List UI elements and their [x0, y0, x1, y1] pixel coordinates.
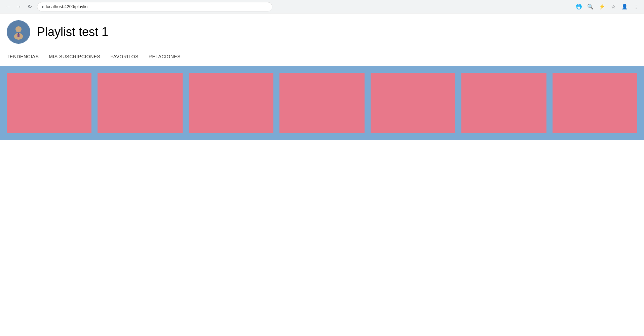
playlist-card[interactable] — [98, 73, 182, 133]
nav-item-mis-suscripciones[interactable]: MIS SUSCRIPCIONES — [49, 51, 100, 63]
playlist-card[interactable] — [371, 73, 455, 133]
avatar — [7, 20, 30, 44]
reload-button[interactable]: ↻ — [25, 2, 34, 11]
profile-icon[interactable]: 👤 — [620, 2, 629, 11]
translate-icon[interactable]: 🌐 — [574, 2, 583, 11]
playlist-strip — [0, 66, 644, 140]
forward-button[interactable]: → — [14, 2, 24, 11]
nav-item-tendencias[interactable]: TENDENCIAS — [7, 51, 39, 63]
browser-toolbar-right: 🌐 🔍 ⚡ ☆ 👤 ⋮ — [574, 2, 641, 11]
nav-item-relaciones[interactable]: RELACIONES — [149, 51, 181, 63]
playlist-card[interactable] — [7, 73, 91, 133]
page-header: Playlist test 1 — [0, 13, 644, 51]
browser-chrome: ← → ↻ ● localhost:4200/playlist 🌐 🔍 ⚡ ☆ … — [0, 0, 644, 13]
extensions-icon[interactable]: ⚡ — [597, 2, 606, 11]
url-text: localhost:4200/playlist — [46, 4, 88, 9]
zoom-icon[interactable]: 🔍 — [585, 2, 595, 11]
playlist-card[interactable] — [553, 73, 637, 133]
back-button[interactable]: ← — [3, 2, 13, 11]
playlist-card[interactable] — [279, 73, 364, 133]
nav-item-favoritos[interactable]: FAVORITOS — [110, 51, 138, 63]
page-content: Playlist test 1 TENDENCIAS MIS SUSCRIPCI… — [0, 13, 644, 140]
playlist-card[interactable] — [461, 73, 546, 133]
menu-icon[interactable]: ⋮ — [631, 2, 641, 11]
lock-icon: ● — [41, 4, 44, 9]
bookmark-icon[interactable]: ☆ — [608, 2, 618, 11]
svg-point-0 — [15, 26, 22, 32]
page-nav: TENDENCIAS MIS SUSCRIPCIONES FAVORITOS R… — [0, 51, 644, 63]
page-title: Playlist test 1 — [37, 25, 108, 39]
address-bar[interactable]: ● localhost:4200/playlist — [37, 2, 272, 11]
browser-nav-buttons: ← → ↻ — [3, 2, 34, 11]
playlist-card[interactable] — [189, 73, 273, 133]
